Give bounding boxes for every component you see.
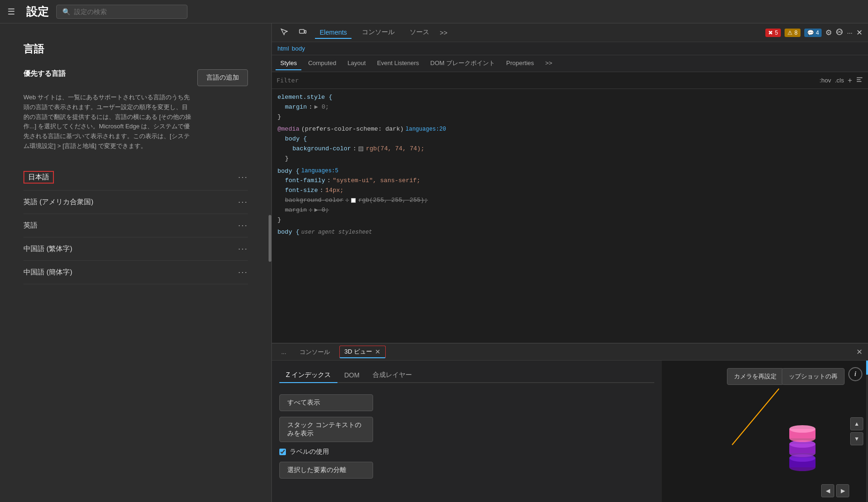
close-devtools-button[interactable]: ✕ [856,28,862,37]
css-value[interactable]: 14px; [325,186,344,196]
3d-viz-area: カメラを再設定 ップショットの再 i ▲ ▼ ◀ ▶ [662,361,868,502]
scroll-left-button[interactable]: ◀ [821,484,834,497]
list-item: 中国語 (簡体字) ··· [23,261,248,284]
hov-filter-button[interactable]: :hov [820,77,831,84]
use-labels-label[interactable]: ラベルの使用 [290,448,329,456]
css-selector-text: body { [277,228,299,237]
search-input[interactable] [74,8,181,15]
css-property[interactable]: font-size [285,186,318,196]
scroll-right-button[interactable]: ▶ [836,484,849,497]
css-value[interactable]: "system-ui", sans-serif; [333,176,420,186]
language-more-icon[interactable]: ··· [238,244,248,254]
vertical-progress-thumb[interactable] [866,361,868,375]
info-badge[interactable]: 💬 4 [804,29,822,37]
css-block-body-partial: body { user agent stylesheet [277,228,862,237]
breadcrumb-html[interactable]: html [277,45,289,52]
format-button[interactable] [856,76,863,85]
tab-console[interactable]: コンソール [357,26,399,39]
css-value[interactable]: rgb(74, 74, 74); [366,144,425,154]
tab-dom-breakpoints[interactable]: DOM ブレークポイント [426,56,500,71]
css-colon: : [309,206,313,215]
filter-input[interactable] [277,77,816,84]
language-item-label: 英語 [23,221,37,230]
list-item: 中国語 (繁体字) ··· [23,237,248,261]
more-actions-icon[interactable]: ··· [847,29,853,37]
language-more-icon[interactable]: ··· [238,172,248,182]
tab-styles[interactable]: Styles [276,57,301,70]
color-swatch[interactable] [351,198,356,203]
add-style-rule-button[interactable]: + [848,76,852,85]
css-property-line: font-family : "system-ui", sans-serif; [277,176,862,186]
css-property[interactable]: background-color [292,144,351,154]
warning-icon: ⚠ [787,30,793,36]
list-item: 日本語 ··· [23,164,248,191]
search-icon: 🔍 [62,8,70,15]
svg-rect-1 [305,30,306,33]
3d-view-tabs: Z インデックス DOM 合成レイヤー [279,368,654,383]
tab-elements[interactable]: Elements [315,27,352,39]
device-mode-button[interactable] [296,26,309,39]
css-selector-line: element.style { [277,93,862,103]
css-property-line-strikethrough: background-color : rgb(255, 255, 255); [277,196,862,206]
info-button[interactable]: i [848,367,862,381]
tab-z-index[interactable]: Z インデックス [279,368,337,383]
css-colon: : [345,196,349,206]
scroll-down-button[interactable]: ▼ [850,432,863,445]
css-source-link[interactable]: languages:20 [405,125,446,134]
css-block-media: @media (prefers-color-scheme: dark) lang… [277,125,862,163]
snapshot-button[interactable]: ップショットの再 [782,368,845,385]
css-colon: : [327,176,331,186]
reset-camera-button[interactable]: カメラを再設定 [727,368,784,385]
warning-badge[interactable]: ⚠ 8 [785,29,801,37]
language-more-icon[interactable]: ··· [238,197,248,207]
tab-more[interactable]: ... [277,347,290,357]
inspect-element-button[interactable] [277,26,291,39]
close-bottom-panel-button[interactable]: ✕ [856,347,862,356]
tab-event-listeners[interactable]: Event Listeners [372,57,424,70]
filter-bar: :hov .cls + [272,72,868,89]
language-more-icon[interactable]: ··· [238,221,248,230]
css-value[interactable]: ▶ 0; [314,206,329,215]
scrollbar-thumb[interactable] [269,215,271,262]
tab-3d-view[interactable]: 3D ビュー ✕ [339,346,386,358]
css-value[interactable]: rgb(255, 255, 255); [359,196,428,206]
css-value[interactable]: ▶ 0; [314,103,329,112]
cls-filter-button[interactable]: .cls [835,77,844,84]
css-source-link[interactable]: languages:5 [301,167,338,176]
tab-more-subtabs[interactable]: >> [540,57,557,70]
tab-computed[interactable]: Computed [303,57,341,70]
tab-composite-layers[interactable]: 合成レイヤー [366,368,419,383]
tab-source[interactable]: ソース [405,26,434,39]
tab-console-bottom[interactable]: コンソール [296,346,334,358]
hamburger-icon[interactable]: ☰ [7,7,15,17]
show-all-button[interactable]: すべて表示 [279,394,373,411]
tab-properties[interactable]: Properties [501,57,539,70]
more-tabs-icon[interactable]: >> [440,29,447,37]
tab-dom[interactable]: DOM [337,369,366,383]
breadcrumb-body[interactable]: body [292,45,305,52]
stack-only-button[interactable]: スタック コンテキストのみを表示 [279,417,373,442]
css-property[interactable]: background-color [285,196,344,206]
color-swatch[interactable] [359,147,363,151]
css-property[interactable]: margin [285,206,307,215]
css-block-body: body { languages:5 font-family : "system… [277,167,862,225]
add-language-button[interactable]: 言語の追加 [197,69,248,86]
scrollbar-track[interactable] [268,23,271,502]
error-badge[interactable]: ✖ 5 [765,29,781,37]
css-selector-text: body { [285,134,307,144]
close-3d-tab-button[interactable]: ✕ [375,348,381,355]
css-property[interactable]: margin [285,103,307,112]
settings-icon[interactable]: ⚙ [825,28,832,37]
language-item-label: 英語 (アメリカ合衆国) [23,198,93,207]
scroll-up-button[interactable]: ▲ [850,417,863,430]
css-source-link-useragent[interactable]: user agent stylesheet [301,228,372,237]
css-brace: } [277,112,281,122]
separate-element-button[interactable]: 選択した要素の分離 [279,462,373,479]
language-more-icon[interactable]: ··· [238,267,248,277]
network-icon[interactable] [836,28,843,37]
use-labels-checkbox[interactable] [279,449,286,455]
css-property[interactable]: font-family [285,176,325,186]
tab-layout[interactable]: Layout [343,57,370,70]
preferred-lang-header: 優先する言語 言語の追加 [23,69,248,86]
svg-rect-0 [299,30,304,33]
